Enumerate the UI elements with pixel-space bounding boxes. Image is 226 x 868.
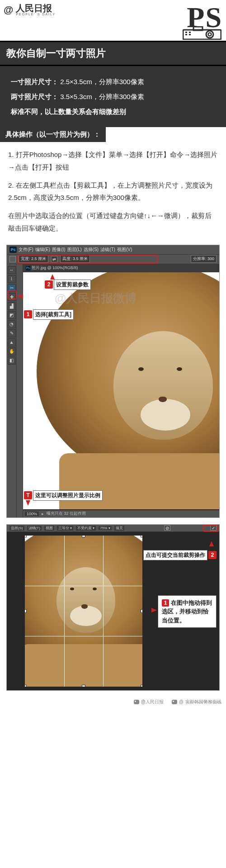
tool-eraser-icon[interactable]: ◩ [8,311,16,319]
menu-file[interactable]: 文件(F) [19,247,33,253]
menu-filter[interactable]: 滤镜(T) [100,247,115,253]
steps-text: 1. 打开Photoshop→选择【文件】菜单→选择【打开】命令→选择照片→点击… [0,142,226,245]
ps2-menu-select[interactable]: 选择(S) [9,526,24,531]
tool-lasso-icon[interactable]: ⌇ [8,275,16,283]
ps2-fill[interactable]: 填充 [114,526,124,531]
callout-1b-panel: 1 在图中拖动得到选区，并移动到恰当位置。 [158,595,217,628]
masthead-cn: 人民日报 [16,4,56,13]
tool-stamp-icon[interactable]: ▟ [8,302,16,310]
document-tab[interactable]: Ps 照片.jpg @ 100%(RGB/8) [23,264,219,272]
lion-photo [23,272,219,509]
arrow-icon [50,274,55,280]
ps2-constraint[interactable]: 不受约束 ▾ [76,526,96,531]
ps2-canvas[interactable] [25,536,142,687]
crop-tool-icon [9,256,16,262]
intro-note: 标准不同，以上数量关系会有细微差别 [11,104,215,119]
title-bar: 教你自制一寸两寸照片 [0,41,226,66]
status-message: 曝光只在 32 位起作用 [47,511,86,517]
ps2-menu-filter[interactable]: 滤镜(T) [27,526,42,531]
callout-ring [8,290,17,299]
step-3: 在照片中选取适合的位置（可通过键盘方向键↑↓←→微调），裁剪后敲击回车键确定。 [8,209,218,235]
tool-path-icon[interactable]: ▲ [8,338,16,346]
zoom-field[interactable]: 100% [25,512,39,516]
footer: @人民日报 @安部韩国警察面线 [0,695,226,709]
arrow-icon [26,500,30,506]
ps2-rule-of-thirds[interactable]: 三等分 ▾ [57,526,73,531]
callout-2b: 2 点击可提交当前裁剪操作 [143,550,217,560]
ps-menubar: Ps 文件(F) 编辑(E) 图像(I) 图层(L) 选择(S) 滤镜(T) 视… [7,245,219,254]
tool-fg-icon[interactable]: ◧ [8,356,16,365]
ps-tool-column-b [17,264,23,517]
at-symbol: @ [4,4,13,16]
svg-rect-1 [193,27,202,30]
ps-doc-icon: Ps [26,266,30,270]
arrow-icon [18,294,23,299]
callout-num: 1 [162,599,169,607]
callout-t: T 这里可以调整照片显示比例 [24,490,103,501]
svg-rect-0 [183,30,221,39]
arrow-icon [209,541,214,546]
tool-pen-icon[interactable]: ✎ [8,329,16,337]
ps2-options-bar: 选择(S) 滤镜(T) 视图 三等分 ▾ 不受约束 ▾ 75% ▾ 填充 ⊘ ✓ [7,525,219,532]
tool-move-icon[interactable]: ↔ [8,266,16,274]
ps-tool-column-a: ↔ ⌇ ✂ ✚ ▟ ◩ ◔ ✎ ▲ ✋ ◧ [7,264,17,517]
ps-canvas-area: Ps 照片.jpg @ 100%(RGB/8) @人民日报微博 [23,264,219,517]
tool-hand-icon[interactable]: ✋ [8,347,16,356]
status-bar: 100% ▸ 曝光只在 32 位起作用 [23,510,219,517]
masthead-en: PEOPLE' S DAILY [16,13,56,16]
photoshop-screenshot-2: 选择(S) 滤镜(T) 视图 三等分 ▾ 不受约束 ▾ 75% ▾ 填充 ⊘ ✓ [6,524,220,691]
masthead: @ 人民日报 PEOPLE' S DAILY [4,4,56,16]
menu-view[interactable]: 视图(V) [117,247,132,253]
page-title: 教你自制一寸两寸照片 [6,47,106,59]
footer-weibo-right: @安部韩国警察面线 [172,699,221,705]
canvas[interactable]: @人民日报微博 [23,272,219,509]
step-1: 1. 打开Photoshop→选择【文件】菜单→选择【打开】命令→选择照片→点击… [8,148,218,174]
footer-weibo-left: @人民日报 [134,699,164,705]
cancel-crop-button[interactable]: ⊘ [164,525,170,531]
weibo-icon [172,700,177,704]
callout-2: 2 设置剪裁参数 [45,280,91,290]
svg-point-2 [206,31,213,38]
menu-layer[interactable]: 图层(L) [67,247,82,253]
tool-blur-icon[interactable]: ◔ [8,320,16,328]
weibo-icon [134,700,139,704]
photoshop-screenshot-1: Ps 文件(F) 编辑(E) 图像(I) 图层(L) 选择(S) 滤镜(T) 视… [6,245,220,518]
one-inch-label: 一寸照片尺寸： [11,78,58,85]
ps2-opacity[interactable]: 75% ▾ [99,526,111,530]
ps-app-icon: Ps [9,247,17,253]
camera-icon [183,26,221,40]
two-inch-value: 3.5×5.3cm，分辨率300像素 [60,93,144,100]
svg-rect-5 [185,34,187,35]
svg-point-3 [208,33,212,36]
svg-rect-6 [189,32,191,33]
ps-options-bar: 宽度: 2.5 厘米 ⇄ 高度: 3.5 厘米 分辨率: 300 [7,254,219,264]
svg-rect-4 [185,32,187,33]
intro-block: 一寸照片尺寸： 2.5×3.5cm，分辨率300像素 两寸照片尺寸： 3.5×5… [0,66,226,127]
two-inch-label: 两寸照片尺寸： [11,93,58,100]
crop-overlay [25,536,142,687]
callout-ring [203,525,218,532]
menu-image[interactable]: 图像(I) [52,247,65,253]
menu-select[interactable]: 选择(S) [84,247,99,253]
header: @ 人民日报 PEOPLE' S DAILY PS [0,0,226,41]
callout-1b-text: 在图中拖动得到选区，并移动到恰当位置。 [162,599,212,624]
menu-edit[interactable]: 编辑(E) [35,247,50,253]
one-inch-value: 2.5×3.5cm，分辨率300像素 [60,78,144,85]
step-2: 2. 在左侧工具栏点击【剪裁工具】，在上方调整照片尺寸，宽度设为2.5cm，高度… [8,179,218,204]
callout-1: 1 选择[裁剪工具] [24,309,74,320]
opt-resolution[interactable]: 分辨率: 300 [191,255,217,263]
section-heading: 具体操作（以一寸照片为例）： [0,127,106,142]
svg-rect-7 [189,34,191,35]
ps2-menu-view[interactable]: 视图 [44,526,54,531]
doc-info-icon[interactable]: ▸ [42,512,44,516]
callout-ring [18,255,158,264]
arrow-icon [151,608,157,612]
